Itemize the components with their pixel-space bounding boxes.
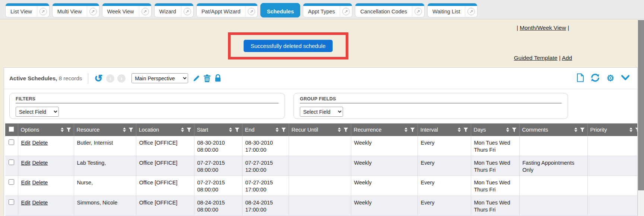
tab-wizard[interactable]: Wizard ↗ (154, 3, 194, 17)
cell-priority (587, 156, 638, 176)
refresh-icon[interactable] (591, 73, 600, 84)
add-link[interactable]: Add (562, 55, 572, 61)
tab-external-section[interactable]: ↗ (412, 6, 424, 17)
row-checkbox[interactable] (9, 159, 14, 165)
success-message-button[interactable]: Successfully deleted schedule (244, 40, 333, 52)
month-week-view-link[interactable]: Month/Week View (520, 25, 566, 31)
external-link-icon[interactable]: ↗ (39, 8, 47, 15)
collapse-chevron-icon[interactable] (621, 75, 630, 82)
tab-external-section[interactable]: ↗ (139, 6, 151, 17)
filter-funnel-icon[interactable] (235, 128, 239, 132)
filter-funnel-icon[interactable] (635, 128, 638, 132)
filter-funnel-icon[interactable] (343, 128, 348, 132)
sort-icon[interactable] (629, 128, 632, 132)
sort-icon[interactable] (123, 128, 126, 132)
tab-accent-strip (6, 3, 49, 6)
column-header-resource[interactable]: Resource (74, 123, 136, 136)
sort-icon[interactable] (405, 128, 407, 132)
next-icon[interactable]: › (117, 74, 126, 83)
column-header-options[interactable]: Options (18, 123, 74, 136)
guided-template-link[interactable]: Guided Template (514, 55, 558, 61)
tab-cancellation-codes[interactable]: Cancellation Codes ↗ (355, 3, 425, 17)
tab-external-section[interactable]: ↗ (245, 6, 257, 17)
row-checkbox[interactable] (9, 179, 14, 185)
external-link-icon[interactable]: ↗ (467, 8, 475, 15)
perspective-select[interactable]: Main Perspective (131, 73, 188, 83)
filter-funnel-icon[interactable] (281, 128, 286, 132)
tab-multi-view[interactable]: Multi View ↗ (52, 3, 99, 17)
schedule-table-body: EditDelete Butler, Internist Office [OFF… (5, 136, 638, 216)
column-header-priority[interactable]: Priority (587, 123, 638, 136)
row-checkbox[interactable] (9, 199, 14, 205)
column-header-recur-until[interactable]: Recur Until (289, 123, 351, 136)
external-link-icon[interactable]: ↗ (342, 8, 350, 15)
delete-link[interactable]: Delete (32, 140, 48, 146)
filter-funnel-icon[interactable] (129, 128, 133, 132)
delete-link[interactable]: Delete (32, 160, 48, 166)
column-header-start[interactable]: Start (194, 123, 242, 136)
sort-icon[interactable] (229, 128, 232, 132)
cell-location: Office [OFFICE] (136, 136, 194, 156)
vertical-scrollbar[interactable] (638, 19, 644, 216)
sort-icon[interactable] (276, 128, 279, 132)
settings-gear-icon[interactable]: ⚙ (606, 74, 614, 83)
column-header-days[interactable]: Days (471, 123, 519, 136)
tab-list-view[interactable]: List View ↗ (5, 3, 50, 17)
sort-icon[interactable] (338, 128, 341, 132)
tab-schedules[interactable]: Schedules (260, 3, 300, 17)
filters-field-select[interactable]: Select Field (16, 107, 59, 117)
external-link-icon[interactable]: ↗ (142, 8, 149, 15)
scrollbar-thumb[interactable] (638, 20, 644, 190)
external-link-icon[interactable]: ↗ (89, 8, 97, 15)
sort-icon[interactable] (458, 128, 461, 132)
sort-icon[interactable] (61, 128, 64, 132)
tab-appt-types[interactable]: Appt Types ↗ (303, 3, 352, 17)
edit-link[interactable]: Edit (21, 200, 31, 206)
column-header-end[interactable]: End (242, 123, 289, 136)
cell-options: EditDelete (18, 136, 74, 156)
delete-link[interactable]: Delete (32, 180, 48, 186)
group-fields-select[interactable]: Select Field (300, 107, 343, 117)
filter-funnel-icon[interactable] (512, 128, 517, 132)
sort-icon[interactable] (574, 128, 577, 132)
external-link-icon[interactable]: ↗ (415, 8, 422, 15)
row-checkbox-cell (5, 176, 18, 196)
previous-icon[interactable]: ‹ (106, 74, 114, 83)
delete-trash-icon[interactable] (203, 74, 211, 83)
table-row: EditDelete Butler, Internist Office [OFF… (5, 136, 638, 156)
edit-pencil-icon[interactable] (193, 75, 200, 82)
edit-link[interactable]: Edit (21, 180, 31, 186)
edit-link[interactable]: Edit (21, 160, 31, 166)
filter-funnel-icon[interactable] (410, 128, 415, 132)
undo-icon[interactable]: ↺ (94, 74, 102, 83)
filter-funnel-icon[interactable] (580, 128, 585, 132)
external-link-icon[interactable]: ↗ (184, 8, 191, 15)
tab-external-section[interactable]: ↗ (87, 6, 99, 17)
column-header-interval[interactable]: Interval (418, 123, 471, 136)
select-all-checkbox[interactable] (9, 126, 14, 132)
tab-external-section[interactable]: ↗ (37, 6, 49, 17)
tab-external-section[interactable]: ↗ (181, 6, 193, 17)
tab-external-section[interactable]: ↗ (465, 6, 477, 17)
column-header-recurrence[interactable]: Recurrence (351, 123, 418, 136)
edit-link[interactable]: Edit (21, 140, 31, 146)
tab-external-section[interactable]: ↗ (340, 6, 352, 17)
tab-pat-appt-wizard[interactable]: Pat/Appt Wizard ↗ (196, 3, 258, 17)
column-header-location[interactable]: Location (136, 123, 194, 136)
filter-funnel-icon[interactable] (463, 128, 468, 132)
sort-icon[interactable] (506, 128, 509, 132)
tab-waiting-list[interactable]: Waiting List ↗ (427, 3, 478, 17)
column-header-comments[interactable]: Comments (519, 123, 587, 136)
external-link-icon[interactable]: ↗ (248, 8, 255, 15)
column-header-label: Resource (77, 127, 100, 133)
delete-link[interactable]: Delete (32, 200, 48, 206)
lock-icon[interactable] (214, 74, 222, 83)
tab-week-view[interactable]: Week View ↗ (102, 3, 152, 17)
row-checkbox[interactable] (9, 139, 14, 145)
filter-funnel-icon[interactable] (66, 128, 71, 132)
tab-label: Appt Types (303, 6, 340, 17)
filter-funnel-icon[interactable] (187, 128, 191, 132)
new-document-icon[interactable] (577, 73, 584, 84)
tab-label: Multi View (53, 6, 87, 17)
sort-icon[interactable] (181, 128, 184, 132)
